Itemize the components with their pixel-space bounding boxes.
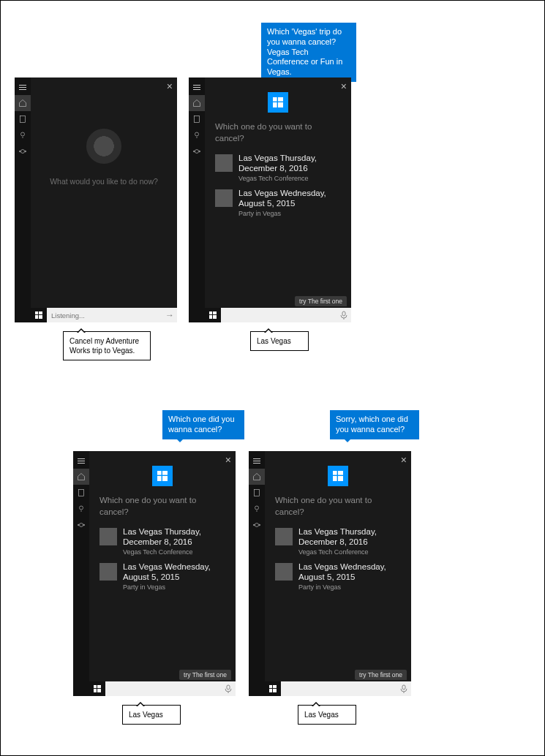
- svg-rect-12: [273, 102, 277, 107]
- list-item[interactable]: Las Vegas Wednesday, August 5, 2015 Part…: [211, 185, 345, 220]
- svg-rect-0: [20, 116, 26, 123]
- item-thumb-icon: [215, 189, 233, 207]
- start-icon[interactable]: [89, 681, 105, 696]
- home-icon[interactable]: [189, 95, 205, 111]
- item-title: Las Vegas Thursday, December 8, 2016: [123, 526, 225, 548]
- hamburger-icon[interactable]: [73, 453, 89, 469]
- svg-rect-25: [162, 476, 168, 481]
- feedback-icon[interactable]: [15, 143, 31, 159]
- svg-rect-11: [278, 97, 283, 102]
- hamburger-icon[interactable]: [15, 79, 31, 95]
- home-icon[interactable]: [15, 95, 31, 111]
- item-thumb-icon: [99, 528, 117, 545]
- bulb-icon[interactable]: [15, 127, 31, 143]
- notebook-icon[interactable]: [15, 111, 31, 127]
- user-speech-bubble: Cancel my Adventure Works trip to Vegas.: [63, 331, 151, 360]
- search-footer: [205, 308, 351, 322]
- app-tile-icon: [268, 92, 288, 113]
- item-title: Las Vegas Wednesday, August 5, 2015: [298, 562, 401, 583]
- start-icon[interactable]: [31, 308, 47, 322]
- close-icon[interactable]: ×: [225, 454, 231, 466]
- start-icon[interactable]: [205, 308, 221, 322]
- search-input[interactable]: [221, 308, 337, 322]
- arrow-right-icon[interactable]: →: [162, 308, 177, 322]
- svg-point-9: [195, 150, 199, 154]
- item-subtitle: Vegas Tech Conference: [238, 175, 341, 182]
- panel-main: × Which one do you want to cancel? Las V…: [89, 451, 236, 696]
- home-icon[interactable]: [73, 469, 89, 485]
- svg-rect-38: [269, 685, 272, 688]
- search-footer: [265, 681, 411, 696]
- cortana-voice-bubble: Which one did you wanna cancel?: [162, 410, 244, 439]
- hamburger-icon[interactable]: [249, 453, 265, 469]
- svg-point-32: [255, 506, 259, 510]
- svg-rect-40: [269, 689, 272, 692]
- user-speech-text: Las Vegas: [129, 711, 163, 719]
- list-item[interactable]: Las Vegas Wednesday, August 5, 2015 Part…: [95, 559, 230, 594]
- search-input[interactable]: [47, 308, 162, 322]
- item-thumb-icon: [215, 154, 233, 172]
- item-title: Las Vegas Wednesday, August 5, 2015: [238, 188, 341, 209]
- suggestion-hint[interactable]: try The first one: [295, 296, 347, 306]
- bulb-icon[interactable]: [189, 127, 205, 143]
- item-subtitle: Party in Vegas: [123, 583, 225, 591]
- svg-rect-16: [209, 315, 212, 319]
- idle-prompt: What would you like to do now?: [41, 177, 167, 186]
- cortana-orb-icon: [86, 129, 121, 164]
- feedback-icon[interactable]: [189, 143, 205, 159]
- item-title: Las Vegas Thursday, December 8, 2016: [298, 526, 401, 548]
- notebook-icon[interactable]: [249, 485, 265, 501]
- bulb-icon[interactable]: [249, 501, 265, 517]
- cortana-panel: × What would you like to do now? →: [15, 78, 177, 322]
- search-input[interactable]: [281, 681, 396, 696]
- list-item[interactable]: Las Vegas Thursday, December 8, 2016 Veg…: [271, 523, 405, 559]
- svg-point-1: [21, 132, 25, 136]
- user-speech-text: Las Vegas: [304, 711, 339, 719]
- user-speech-text: Las Vegas: [257, 337, 291, 345]
- bulb-icon[interactable]: [73, 501, 89, 517]
- svg-point-33: [255, 523, 259, 527]
- svg-rect-29: [97, 689, 101, 692]
- search-input[interactable]: [105, 681, 221, 696]
- svg-rect-22: [157, 471, 162, 475]
- svg-rect-13: [278, 102, 283, 107]
- disambiguation-prompt: Which one do you want to cancel?: [89, 494, 236, 523]
- feedback-icon[interactable]: [73, 517, 89, 533]
- notebook-icon[interactable]: [73, 485, 89, 501]
- svg-rect-7: [195, 116, 200, 123]
- search-footer: [89, 681, 236, 696]
- item-thumb-icon: [275, 528, 293, 545]
- close-icon[interactable]: ×: [401, 454, 407, 466]
- suggestion-hint[interactable]: try The first one: [179, 670, 231, 680]
- hamburger-icon[interactable]: [189, 79, 205, 95]
- list-item[interactable]: Las Vegas Thursday, December 8, 2016 Veg…: [211, 150, 345, 185]
- svg-point-20: [80, 506, 83, 510]
- list-item[interactable]: Las Vegas Thursday, December 8, 2016 Veg…: [95, 523, 230, 559]
- item-title: Las Vegas Wednesday, August 5, 2015: [123, 562, 225, 583]
- suggestion-hint[interactable]: try The first one: [355, 670, 407, 680]
- svg-rect-6: [39, 315, 42, 319]
- feedback-icon[interactable]: [249, 517, 265, 533]
- home-icon[interactable]: [249, 469, 265, 485]
- mic-icon[interactable]: [396, 681, 411, 696]
- app-tile-icon: [152, 466, 173, 486]
- disambiguation-prompt: Which one do you want to cancel?: [205, 120, 351, 150]
- mic-icon[interactable]: [221, 681, 236, 696]
- notebook-icon[interactable]: [189, 111, 205, 127]
- svg-rect-35: [338, 471, 343, 475]
- list-item[interactable]: Las Vegas Wednesday, August 5, 2015 Part…: [271, 559, 405, 594]
- svg-rect-27: [97, 685, 101, 688]
- cortana-panel: × Which one do you want to cancel? Las V…: [73, 451, 236, 696]
- close-icon[interactable]: ×: [341, 80, 347, 92]
- svg-rect-36: [333, 476, 337, 481]
- item-subtitle: Party in Vegas: [298, 583, 401, 591]
- start-icon[interactable]: [265, 681, 281, 696]
- panel-main: × What would you like to do now? →: [31, 78, 177, 322]
- sidebar: [249, 451, 265, 696]
- user-speech-text: Cancel my Adventure Works trip to Vegas.: [69, 337, 139, 355]
- svg-rect-42: [402, 685, 405, 689]
- close-icon[interactable]: ×: [167, 80, 173, 92]
- sidebar: [189, 78, 205, 322]
- cortana-voice-text: Which one did you wanna cancel?: [168, 415, 235, 434]
- mic-icon[interactable]: [337, 308, 351, 322]
